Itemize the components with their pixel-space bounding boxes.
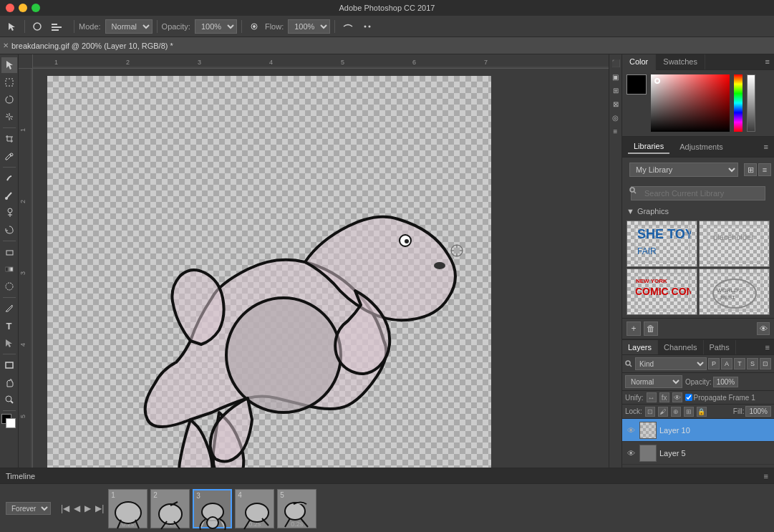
propagate-checkbox-container[interactable]: Propagate Frame 1	[685, 394, 755, 402]
propagate-checkbox[interactable]	[685, 394, 692, 401]
clone-stamp[interactable]	[1, 205, 17, 221]
mini-tool-6[interactable]: ≡	[610, 125, 621, 137]
mini-tool-5[interactable]: ◎	[610, 112, 621, 123]
frame-3[interactable]: 3 0.2s	[193, 489, 232, 528]
eyedropper[interactable]	[1, 148, 17, 164]
layer-5-visibility[interactable]: 👁	[625, 448, 637, 459]
loop-select[interactable]: Forever	[6, 502, 51, 515]
fill-value[interactable]: 100%	[745, 406, 771, 417]
close-button[interactable]	[6, 4, 14, 12]
canvas-scroll[interactable]: 1 2 3 4 5 6 7 1 2 3 4	[19, 54, 609, 518]
lock-artboard[interactable]: ⊞	[684, 407, 694, 417]
tab-channels[interactable]: Channels	[658, 340, 703, 354]
graphic-item-4[interactable]: WORLD'S BEST	[699, 269, 770, 315]
mini-tool-2[interactable]: ▣	[610, 71, 621, 82]
tab-layers[interactable]: Layers	[622, 340, 658, 354]
lasso-tool[interactable]	[1, 92, 17, 107]
frame-2[interactable]: 2 0.2s	[150, 489, 190, 528]
graphics-section-header[interactable]: ▼ Graphics	[622, 205, 774, 218]
extra-options[interactable]	[359, 20, 375, 33]
path-select[interactable]	[1, 335, 17, 351]
lock-all[interactable]: 🔒	[697, 407, 707, 417]
graphic-item-2[interactable]: placeholder	[699, 221, 770, 267]
brush-options[interactable]	[29, 20, 45, 33]
gradient-tool[interactable]	[1, 261, 17, 277]
mode-select[interactable]: Normal	[105, 19, 153, 34]
graphic-item-1[interactable]: SHE TOY FAIR	[627, 221, 697, 267]
library-search[interactable]	[631, 186, 765, 200]
layer-mode-select[interactable]: Normal	[625, 375, 682, 388]
lock-pixels[interactable]: ⊡	[645, 407, 655, 417]
zoom-tool[interactable]	[1, 392, 17, 407]
crop-tool[interactable]	[1, 131, 17, 147]
prev-frame-button[interactable]: ◀	[72, 502, 82, 515]
foreground-color[interactable]	[1, 414, 17, 430]
layer-kind-select[interactable]: Kind	[635, 357, 707, 370]
list-view-button[interactable]: ≡	[758, 163, 771, 176]
foreground-swatch[interactable]	[627, 74, 647, 95]
tab-close[interactable]: ✕	[3, 42, 9, 49]
layer-filter-text[interactable]: T	[734, 358, 745, 369]
library-select[interactable]: My Library	[629, 163, 738, 177]
layer-row-10[interactable]: 👁 Layer 10	[622, 419, 774, 442]
play-button[interactable]: ▶	[83, 502, 92, 515]
canvas-content[interactable]	[33, 69, 609, 518]
tab-color[interactable]: Color	[622, 54, 656, 70]
lock-position[interactable]: ⊕	[671, 407, 681, 417]
tool-select[interactable]	[4, 20, 20, 33]
layer-filter-pixel[interactable]: P	[708, 358, 720, 369]
brush-tool[interactable]	[1, 188, 17, 203]
mini-tool-4[interactable]: ⊠	[610, 98, 621, 110]
mini-tool-3[interactable]: ⊞	[610, 84, 621, 96]
hue-bar[interactable]	[734, 74, 742, 132]
delete-library-btn[interactable]: 🗑	[644, 321, 658, 336]
rectangle-tool[interactable]	[1, 357, 17, 373]
rectangle-select[interactable]	[1, 74, 17, 90]
minimize-button[interactable]	[19, 4, 27, 12]
color-picker-gradient[interactable]	[651, 74, 730, 132]
frame-1[interactable]: 1 0.2s	[108, 489, 147, 528]
brush-settings[interactable]	[48, 20, 69, 33]
history-brush[interactable]	[1, 222, 17, 238]
magic-wand[interactable]	[1, 109, 17, 125]
unify-visibility[interactable]: 👁	[672, 392, 682, 402]
layers-panel-menu[interactable]: ≡	[761, 341, 774, 354]
frame-4[interactable]: 4 0.2s	[235, 489, 274, 528]
type-tool[interactable]: T	[1, 318, 17, 334]
add-library-btn[interactable]: +	[627, 321, 641, 336]
hand-tool[interactable]	[1, 374, 17, 390]
eraser-tool[interactable]	[1, 244, 17, 260]
color-gradient[interactable]	[651, 74, 730, 132]
maximize-button[interactable]	[32, 4, 40, 12]
blur-tool[interactable]	[1, 279, 17, 294]
opacity-select[interactable]: 100%	[195, 19, 237, 34]
toggle-airbrush[interactable]	[246, 20, 262, 33]
graphic-item-3[interactable]: NEW YORK COMIC CON	[627, 269, 697, 315]
timeline-menu[interactable]: ≡	[764, 472, 768, 480]
smoothing-icon[interactable]	[339, 20, 357, 33]
layer-row-5[interactable]: 👁 Layer 5	[622, 442, 774, 465]
opacity-value[interactable]: 100%	[713, 377, 739, 387]
tab-paths[interactable]: Paths	[704, 340, 736, 354]
libraries-menu[interactable]: ≡	[764, 142, 768, 151]
next-frame-button[interactable]: ▶|	[94, 502, 105, 515]
unify-style[interactable]: fx	[659, 392, 669, 402]
tab-adjustments[interactable]: Adjustments	[674, 140, 729, 153]
mini-tool-1[interactable]: ⬛	[610, 57, 621, 69]
pen-tool[interactable]	[1, 301, 17, 316]
frame-5[interactable]: 5 0.2s	[277, 489, 316, 528]
alpha-bar[interactable]	[747, 74, 755, 132]
tab-libraries[interactable]: Libraries	[628, 140, 669, 154]
spot-heal-brush[interactable]	[1, 170, 17, 186]
go-first-button[interactable]: |◀	[59, 502, 71, 515]
layer-filter-shape[interactable]: S	[747, 358, 758, 369]
lock-paint[interactable]: 🖌	[658, 407, 668, 417]
layer-10-visibility[interactable]: 👁	[625, 425, 637, 436]
grid-view-button[interactable]: ⊞	[744, 163, 757, 176]
unify-position[interactable]: ↔	[647, 392, 657, 402]
tab-swatches[interactable]: Swatches	[656, 54, 705, 69]
flow-select[interactable]: 100%	[288, 19, 330, 34]
color-panel-menu[interactable]: ≡	[761, 54, 774, 69]
layer-filter-adjust[interactable]: A	[721, 358, 732, 369]
layer-filter-smart[interactable]: ⊡	[760, 358, 771, 369]
